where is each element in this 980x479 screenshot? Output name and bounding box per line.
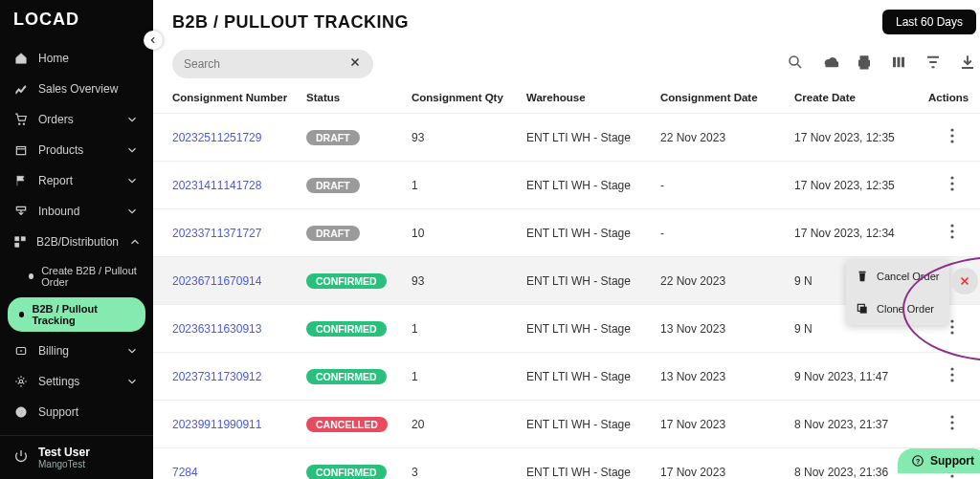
qty-cell: 1 (412, 179, 526, 192)
sidebar-item-label: Billing (38, 344, 69, 358)
sidebar-sub-b2b: Create B2B / Pullout Order (0, 257, 153, 294)
consignment-date-cell: 13 Nov 2023 (660, 322, 794, 336)
status-badge: CONFIRMED (306, 273, 387, 289)
status-badge: CONFIRMED (306, 465, 387, 480)
row-actions[interactable] (928, 319, 976, 337)
search-input[interactable] (184, 57, 348, 71)
cancel-order-item[interactable]: Cancel Order (846, 260, 949, 293)
cloud-download-icon[interactable] (821, 54, 838, 75)
consignment-number-link[interactable]: 20239911990911 (172, 418, 306, 431)
svg-point-17 (950, 187, 953, 190)
sidebar-item-create-b2b[interactable]: Create B2B / Pullout Order (25, 261, 153, 292)
table-row: 20239911990911CANCELLED20ENT LTI WH - St… (153, 400, 980, 447)
gear-icon (13, 374, 29, 389)
billing-icon (13, 343, 29, 359)
warehouse-cell: ENT LTI WH - Stage (526, 322, 660, 336)
sidebar-item-support[interactable]: ? Support (0, 397, 153, 427)
svg-point-13 (950, 134, 953, 137)
sidebar-item-b2b-tracking-active[interactable]: B2B / Pullout Tracking (8, 297, 145, 332)
svg-point-27 (950, 373, 953, 376)
kebab-icon (950, 415, 954, 430)
sidebar-item-settings[interactable]: Settings (0, 366, 153, 397)
sidebar-item-label: B2B / Pullout Tracking (32, 303, 134, 326)
table-row: 20236711670914CONFIRMED93ENT LTI WH - St… (153, 256, 980, 304)
kebab-icon (950, 176, 954, 191)
download-icon[interactable] (959, 54, 976, 75)
sidebar-collapse-button[interactable] (144, 31, 163, 50)
close-menu-button[interactable] (951, 268, 978, 294)
sidebar-item-sales-overview[interactable]: Sales Overview (0, 74, 153, 104)
svg-point-26 (950, 367, 953, 370)
consignment-number-link[interactable]: 20232511251729 (172, 131, 306, 144)
clear-search-icon[interactable] (348, 55, 362, 73)
consignment-number-link[interactable]: 20231411141728 (172, 179, 306, 192)
svg-point-25 (950, 331, 953, 334)
support-button[interactable]: ? Support (898, 448, 980, 473)
consignment-date-cell: 17 Nov 2023 (660, 466, 794, 479)
sidebar-item-label: Settings (38, 375, 79, 388)
sidebar-item-label: Support (38, 405, 78, 419)
home-icon (13, 51, 29, 66)
consignment-number-link[interactable]: 20236711670914 (172, 274, 306, 288)
status-badge: DRAFT (306, 226, 360, 241)
chevron-down-icon (124, 142, 140, 158)
row-action-menu: Cancel OrderClone Order (846, 260, 949, 325)
print-icon[interactable] (856, 54, 873, 75)
sidebar-nav: Home Sales Overview Orders Products Repo… (0, 39, 153, 435)
svg-rect-3 (15, 243, 19, 247)
consignment-number-link[interactable]: 7284 (172, 466, 306, 479)
create-date-cell: 17 Nov 2023, 12:34 (794, 227, 928, 240)
sidebar-item-label: Sales Overview (38, 82, 118, 96)
svg-rect-0 (16, 147, 25, 155)
row-actions[interactable] (928, 224, 976, 242)
status-badge: CONFIRMED (306, 369, 387, 384)
row-actions[interactable] (928, 415, 976, 433)
user-name: Test User (38, 446, 90, 459)
col-create-date: Create Date (794, 92, 928, 103)
kebab-icon (950, 319, 954, 335)
svg-rect-11 (902, 57, 904, 68)
svg-point-5 (19, 380, 23, 383)
consignment-number-link[interactable]: 20237311730912 (172, 370, 306, 383)
power-icon[interactable] (13, 448, 29, 467)
table-row: 20237311730912CONFIRMED1ENT LTI WH - Sta… (153, 352, 980, 400)
status-badge: CONFIRMED (306, 321, 387, 337)
chevron-down-icon (124, 112, 140, 127)
search-input-wrapper[interactable] (172, 50, 373, 78)
sidebar-item-products[interactable]: Products (0, 135, 153, 165)
svg-point-14 (950, 140, 953, 142)
bullet-icon (29, 273, 33, 279)
sidebar-item-b2b-distribution[interactable]: B2B/Distribution (0, 227, 153, 257)
sidebar-item-orders[interactable]: Orders (0, 104, 153, 135)
svg-point-15 (950, 176, 953, 179)
row-actions[interactable] (928, 176, 976, 194)
row-actions[interactable] (928, 128, 976, 146)
qty-cell: 20 (412, 418, 526, 431)
warehouse-cell: ENT LTI WH - Stage (526, 418, 660, 431)
consignment-date-cell: - (660, 227, 794, 240)
qty-cell: 10 (412, 227, 526, 240)
sidebar-item-home[interactable]: Home (0, 43, 153, 74)
kebab-icon (950, 128, 954, 143)
chevron-up-icon (128, 234, 142, 250)
sidebar: LOCAD Home Sales Overview Orders Product… (0, 0, 153, 479)
sidebar-item-report[interactable]: Report (0, 165, 153, 196)
search-icon[interactable] (787, 54, 804, 75)
sidebar-item-inbound[interactable]: Inbound (0, 196, 153, 227)
sidebar-item-billing[interactable]: Billing (0, 336, 153, 366)
consignment-number-link[interactable]: 20233711371727 (172, 227, 306, 240)
svg-point-28 (950, 379, 953, 381)
sidebar-item-label: Home (38, 52, 69, 65)
qty-cell: 93 (412, 274, 526, 288)
sidebar-item-label: Products (38, 143, 83, 157)
svg-rect-9 (893, 57, 896, 68)
row-actions[interactable] (928, 367, 976, 385)
svg-point-8 (790, 56, 798, 65)
consignment-number-link[interactable]: 20236311630913 (172, 322, 306, 336)
svg-text:?: ? (916, 457, 921, 466)
columns-icon[interactable] (890, 54, 907, 75)
filter-icon[interactable] (924, 54, 942, 75)
svg-point-16 (950, 182, 953, 185)
date-filter-button[interactable]: Last 60 Days (882, 10, 976, 34)
consignment-date-cell: 22 Nov 2023 (660, 274, 794, 288)
